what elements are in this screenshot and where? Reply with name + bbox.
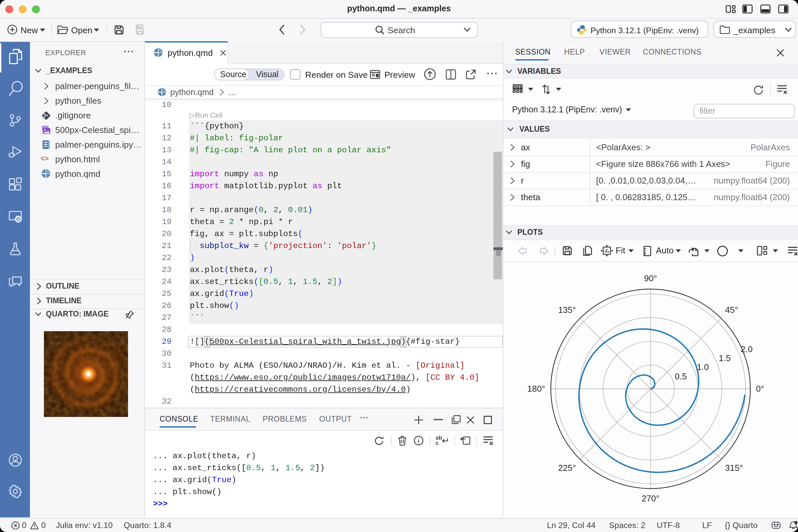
svg-text:90°: 90° bbox=[644, 273, 657, 283]
svg-text:180°: 180° bbox=[527, 384, 545, 394]
svg-text:135°: 135° bbox=[558, 305, 576, 315]
svg-text:1.0: 1.0 bbox=[697, 362, 709, 372]
svg-text:2.0: 2.0 bbox=[741, 344, 753, 354]
svg-text:0.5: 0.5 bbox=[675, 371, 687, 381]
svg-text:0°: 0° bbox=[756, 384, 764, 394]
svg-text:315°: 315° bbox=[725, 462, 743, 473]
svg-text:1.5: 1.5 bbox=[719, 353, 731, 363]
svg-text:225°: 225° bbox=[558, 462, 576, 473]
svg-text:45°: 45° bbox=[725, 305, 738, 315]
svg-text:270°: 270° bbox=[642, 493, 660, 504]
